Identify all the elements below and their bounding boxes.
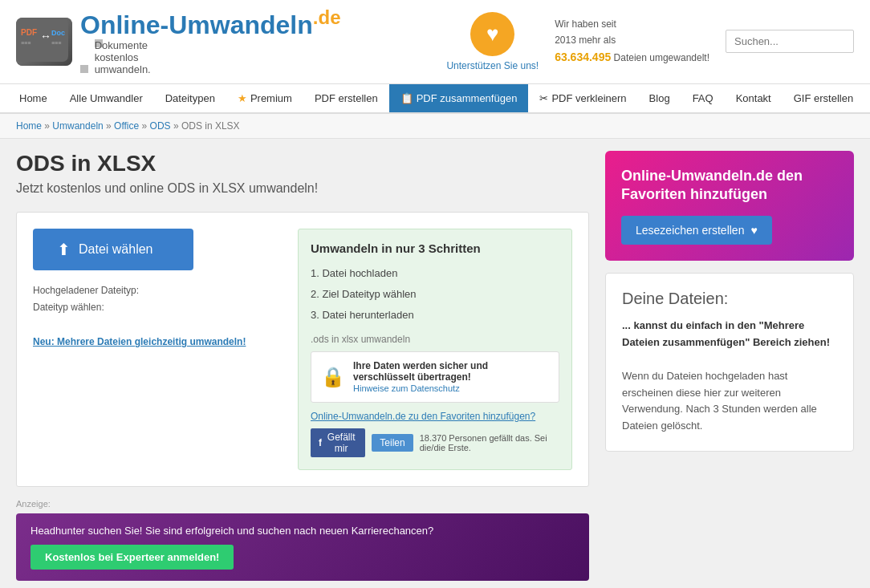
left-column: ODS in XLSX Jetzt kostenlos und online O… xyxy=(16,151,589,581)
favorites-link-upload[interactable]: Online-Umwandeln.de zu den Favoriten hin… xyxy=(311,411,559,422)
svg-text:↔: ↔ xyxy=(40,30,51,43)
breadcrumb-office[interactable]: Office xyxy=(114,120,139,132)
nav-kontakt[interactable]: Kontakt xyxy=(725,84,783,112)
favorites-card-title: Online-Umwandeln.de den Favoriten hinzuf… xyxy=(621,167,838,205)
files-desc: ... kannst du einfach in den "Mehrere Da… xyxy=(622,318,837,435)
breadcrumb: Home » Umwandeln » Office » ODS » ODS in… xyxy=(0,114,870,139)
privacy-link[interactable]: Hinweise zum Datenschutz xyxy=(353,383,460,393)
ad-cta-button[interactable]: Kostenlos bei Experteer anmelden! xyxy=(30,545,234,570)
ods-note: .ods in xlsx umwandeln xyxy=(311,334,559,345)
nav-blog[interactable]: Blog xyxy=(638,84,681,112)
nav-gif[interactable]: GIF erstellen xyxy=(783,84,864,112)
main-nav: Home Alle Umwandler Dateitypen ★ Premium… xyxy=(0,84,870,114)
nav-pdf-verkleinern[interactable]: ✂ PDF verkleinern xyxy=(528,84,637,112)
main-content: ODS in XLSX Jetzt kostenlos und online O… xyxy=(0,139,870,588)
upload-info: Hochgeladener Dateityp: Dateityp wählen:… xyxy=(33,282,282,351)
breadcrumb-home[interactable]: Home xyxy=(16,120,42,132)
security-box: 🔒 Ihre Daten werden sicher und verschlüs… xyxy=(311,351,559,403)
lock-icon: 🔒 xyxy=(321,366,345,388)
nav-pdf-erstellen[interactable]: PDF erstellen xyxy=(303,84,389,112)
upload-card: ⬆ Datei wählen Hochgeladener Dateityp: D… xyxy=(16,212,589,487)
support-link[interactable]: Unterstützen Sie uns! xyxy=(446,60,539,71)
security-text: Ihre Daten werden sicher und verschlüsse… xyxy=(353,360,549,394)
nav-pdf-zusammenfuegen[interactable]: 📋 PDF zusammenfügen xyxy=(389,84,529,112)
step-1: 1. Datei hochladen xyxy=(311,263,559,284)
logo-subtitle: Dokumente kostenlos umwandeln. xyxy=(80,39,340,75)
bookmark-button[interactable]: Lesezeichen erstellen ♥ xyxy=(621,216,772,245)
breadcrumb-current: ODS in XLSX xyxy=(181,120,240,132)
upload-button[interactable]: ⬆ Datei wählen xyxy=(33,229,193,270)
step-3: 3. Datei herunterladen xyxy=(311,305,559,326)
page-title: ODS in XLSX xyxy=(16,151,589,176)
nav-home[interactable]: Home xyxy=(8,84,59,112)
fb-count: 18.370 Personen gefällt das. Sei die/die… xyxy=(420,433,559,452)
upload-icon: ⬆ xyxy=(57,240,71,259)
multi-upload-link[interactable]: Neu: Mehrere Dateien gleichzeitig umwand… xyxy=(33,336,246,347)
fb-icon: f xyxy=(319,437,322,448)
fb-share-button[interactable]: Teilen xyxy=(372,434,413,452)
logo-title: Online-Umwandeln.de xyxy=(80,8,340,38)
nav-dateitypen[interactable]: Dateitypen xyxy=(154,84,226,112)
nav-alle-umwandler[interactable]: Alle Umwandler xyxy=(59,84,154,112)
breadcrumb-ods[interactable]: ODS xyxy=(150,120,171,132)
favorites-card: Online-Umwandeln.de den Favoriten hinzuf… xyxy=(605,151,854,262)
nav-premium[interactable]: ★ Premium xyxy=(226,84,303,112)
files-card: Deine Dateien: ... kannst du einfach in … xyxy=(605,273,854,452)
upload-left: ⬆ Datei wählen Hochgeladener Dateityp: D… xyxy=(33,229,282,470)
right-column: Online-Umwandeln.de den Favoriten hinzuf… xyxy=(605,151,854,581)
heart-area: ♥ Unterstützen Sie uns! xyxy=(446,12,539,71)
search-area xyxy=(726,30,854,53)
files-title: Deine Dateien: xyxy=(622,290,837,308)
heart-btn-icon: ♥ xyxy=(750,224,757,237)
svg-text:Doc: Doc xyxy=(51,29,65,37)
step-2: 2. Ziel Dateityp wählen xyxy=(311,284,559,305)
logo-area: PDF ≡≡≡ ↔ Doc ≡≡≡ Online-Umwandeln.de Do… xyxy=(16,8,340,75)
svg-text:≡≡≡: ≡≡≡ xyxy=(51,40,61,46)
fb-area: f Gefällt mir Teilen 18.370 Personen gef… xyxy=(311,428,559,457)
svg-text:≡≡≡: ≡≡≡ xyxy=(21,40,30,46)
page-subtitle: Jetzt kostenlos und online ODS in XLSX u… xyxy=(16,181,589,196)
header: PDF ≡≡≡ ↔ Doc ≡≡≡ Online-Umwandeln.de Do… xyxy=(0,0,870,84)
heart-icon: ♥ xyxy=(470,12,514,56)
breadcrumb-umwandeln[interactable]: Umwandeln xyxy=(52,120,103,132)
nav-faq[interactable]: FAQ xyxy=(681,84,725,112)
upload-right: Umwandeln in nur 3 Schritten 1. Datei ho… xyxy=(298,229,572,470)
logo-de-text: .de xyxy=(313,6,341,28)
stats-area: Wir haben seit 2013 mehr als 63.634.495 … xyxy=(555,17,709,66)
logo-text: Online-Umwandeln.de Dokumente kostenlos … xyxy=(80,8,340,75)
header-right: ♥ Unterstützen Sie uns! Wir haben seit 2… xyxy=(446,12,854,71)
anzeige-label: Anzeige: xyxy=(16,499,589,509)
ad-text: Headhunter suchen Sie! Sie sind erfolgre… xyxy=(30,525,575,537)
steps-title: Umwandeln in nur 3 Schritten xyxy=(311,241,559,255)
svg-text:PDF: PDF xyxy=(21,28,37,37)
fb-like-button[interactable]: f Gefällt mir xyxy=(311,428,365,457)
logo-image: PDF ≡≡≡ ↔ Doc ≡≡≡ xyxy=(16,18,72,66)
logo-main-text: Online-Umwandeln xyxy=(80,10,313,39)
ad-banner: Headhunter suchen Sie! Sie sind erfolgre… xyxy=(16,513,589,581)
steps-list: 1. Datei hochladen 2. Ziel Dateityp wähl… xyxy=(311,263,559,326)
search-input[interactable] xyxy=(726,30,854,53)
stats-count: 63.634.495 xyxy=(555,51,611,63)
